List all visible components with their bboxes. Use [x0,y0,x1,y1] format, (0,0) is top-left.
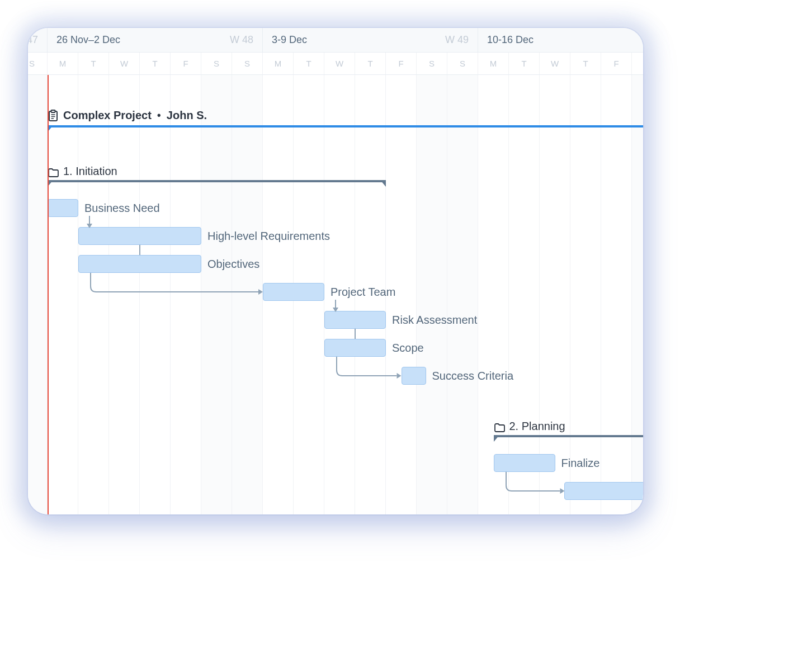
section-summary-bar[interactable] [48,180,386,186]
day-cell[interactable]: T [140,53,171,74]
task-bar[interactable]: Objectives [78,255,201,273]
section-title: 1. Initiation [63,165,117,178]
task-bar[interactable]: High-level Requirements [78,227,201,245]
task-bar[interactable]: Risk Assessment [324,311,386,329]
task-label: Finalize [561,457,600,470]
week-cell[interactable]: 47 [28,28,48,52]
week-number: W 48 [230,34,253,46]
day-cell[interactable]: T [78,53,109,74]
timeline-days-header: SMTWTFSSMTWTFSSMTWTFS [28,53,643,75]
task-label: Objectives [207,258,259,271]
day-cell[interactable]: S [201,53,232,74]
task-row: Success Criteria [28,362,643,390]
task-row: Scope [28,334,643,362]
task-bar[interactable] [564,482,643,500]
task-bar[interactable]: Project Team [263,283,324,301]
day-cell[interactable]: S [417,53,447,74]
day-cell[interactable]: T [509,53,540,74]
task-row: Finalize [28,450,643,478]
week-number: 47 [28,34,38,46]
day-cell[interactable]: S [28,53,48,74]
day-cell[interactable]: S [447,53,478,74]
section-summary-bar[interactable] [494,435,644,441]
week-cell[interactable]: 26 Nov–2 DecW 48 [48,28,263,52]
project-summary-bar[interactable] [48,125,643,131]
task-row: Business Need [28,195,643,223]
project-title-row[interactable]: Complex Project•John S. [28,86,643,125]
task-row [28,478,643,505]
task-label: Risk Assessment [392,314,477,327]
day-cell[interactable]: F [171,53,201,74]
folder-icon [48,168,59,178]
today-indicator [48,75,49,514]
section-title-row[interactable]: 2. Planning [28,407,643,435]
task-label: Project Team [331,286,395,299]
gantt-view[interactable]: 4726 Nov–2 DecW 483-9 DecW 4910-16 Dec S… [28,28,643,514]
day-cell[interactable]: T [294,53,324,74]
task-bar[interactable]: Business Need [48,199,78,217]
task-row: Project Team [28,278,643,306]
gantt-body[interactable]: Complex Project•John S.1. InitiationBusi… [28,75,643,514]
day-cell[interactable]: S [632,53,643,74]
day-cell[interactable]: M [263,53,294,74]
day-cell[interactable]: M [478,53,509,74]
day-cell[interactable]: W [324,53,355,74]
task-row: High-level Requirements [28,223,643,251]
week-range: 26 Nov–2 Dec [56,34,120,46]
project-title: Complex Project [63,109,152,122]
separator-dot: • [156,109,162,122]
day-cell[interactable]: T [570,53,601,74]
task-bar[interactable]: Finalize [494,454,555,472]
task-label: Success Criteria [432,370,514,382]
day-cell[interactable]: S [232,53,263,74]
task-label: High-level Requirements [207,230,330,243]
task-row: Risk Assessment [28,306,643,334]
day-cell[interactable]: W [109,53,140,74]
folder-icon [494,423,505,433]
gantt-frame: 4726 Nov–2 DecW 483-9 DecW 4910-16 Dec S… [28,28,643,514]
week-range: 10-16 Dec [487,34,534,46]
day-cell[interactable]: F [601,53,632,74]
week-range: 3-9 Dec [272,34,307,46]
task-bar[interactable]: Success Criteria [402,367,426,385]
gantt-content: Complex Project•John S.1. InitiationBusi… [28,75,643,514]
week-number: W 49 [445,34,469,46]
project-owner: John S. [167,109,207,122]
task-label: Scope [392,342,424,355]
week-cell[interactable]: 3-9 DecW 49 [263,28,478,52]
section-title-row[interactable]: 1. Initiation [28,152,643,180]
week-cell[interactable]: 10-16 Dec [478,28,643,52]
day-cell[interactable]: F [386,53,417,74]
task-row: Objectives [28,251,643,278]
section-title: 2. Planning [509,420,565,433]
day-cell[interactable]: W [540,53,570,74]
clipboard-icon [48,110,59,122]
day-cell[interactable]: M [48,53,78,74]
svg-rect-1 [51,110,55,112]
task-bar[interactable]: Scope [324,339,386,357]
task-label: Business Need [84,202,160,215]
day-cell[interactable]: T [355,53,386,74]
timeline-weeks-header: 4726 Nov–2 DecW 483-9 DecW 4910-16 Dec [28,28,643,53]
